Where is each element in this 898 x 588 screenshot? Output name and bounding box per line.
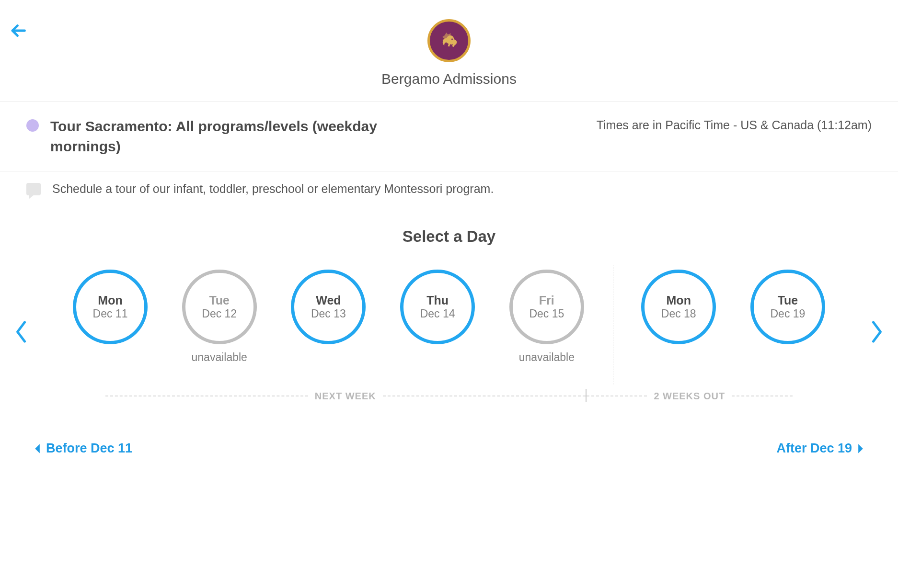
day-option[interactable]: MonDec 18 bbox=[641, 270, 716, 344]
day-cell: TueDec 19 bbox=[745, 270, 831, 364]
timeline-dash bbox=[383, 396, 586, 396]
day-of-week: Wed bbox=[316, 294, 341, 307]
event-description: Schedule a tour of our infant, toddler, … bbox=[52, 182, 494, 196]
day-of-week: Tue bbox=[209, 294, 230, 307]
timeline-dash bbox=[105, 396, 308, 396]
day-cell: ThuDec 14 bbox=[394, 270, 481, 364]
arrow-left-icon bbox=[10, 22, 27, 39]
day-of-week: Tue bbox=[778, 294, 798, 307]
day-date: Dec 15 bbox=[529, 307, 564, 320]
svg-marker-2 bbox=[858, 444, 863, 453]
after-range-button[interactable]: After Dec 19 bbox=[776, 441, 864, 456]
day-of-week: Thu bbox=[426, 294, 449, 307]
next-days-button[interactable] bbox=[867, 317, 886, 346]
svg-marker-1 bbox=[35, 444, 40, 453]
timeline-label-current: NEXT WEEK bbox=[308, 391, 383, 402]
day-option[interactable]: MonDec 11 bbox=[73, 270, 148, 344]
timeline-dash bbox=[732, 396, 793, 396]
day-cell: MonDec 11 bbox=[67, 270, 153, 364]
event-row: Tour Sacramento: All programs/levels (we… bbox=[0, 102, 898, 171]
day-cell: FriDec 15unavailable bbox=[504, 270, 590, 364]
chevron-left-icon bbox=[14, 320, 28, 344]
after-range-label: After Dec 19 bbox=[776, 441, 852, 456]
before-range-button[interactable]: Before Dec 11 bbox=[34, 441, 132, 456]
day-option[interactable]: ThuDec 14 bbox=[400, 270, 475, 344]
page-title: Bergamo Admissions bbox=[10, 71, 888, 87]
day-cell: WedDec 13 bbox=[285, 270, 371, 364]
day-of-week: Fri bbox=[539, 294, 554, 307]
select-day-heading: Select a Day bbox=[0, 201, 898, 250]
prev-days-button[interactable] bbox=[12, 317, 31, 346]
unavailable-label bbox=[394, 351, 481, 364]
day-date: Dec 14 bbox=[420, 307, 455, 320]
day-option[interactable]: TueDec 19 bbox=[750, 270, 825, 344]
day-cell: TueDec 12unavailable bbox=[176, 270, 263, 364]
day-date: Dec 19 bbox=[770, 307, 805, 320]
event-color-bullet bbox=[26, 119, 39, 132]
chevron-right-icon bbox=[870, 320, 884, 344]
unavailable-label: unavailable bbox=[504, 351, 590, 364]
day-date: Dec 13 bbox=[311, 307, 346, 320]
description-row: Schedule a tour of our infant, toddler, … bbox=[0, 171, 898, 201]
event-left: Tour Sacramento: All programs/levels (we… bbox=[26, 116, 577, 157]
org-logo bbox=[427, 19, 471, 62]
unavailable-label bbox=[745, 351, 831, 364]
timeline-dash bbox=[587, 396, 647, 396]
range-nav: Before Dec 11 After Dec 19 bbox=[0, 407, 898, 480]
header: Bergamo Admissions bbox=[0, 0, 898, 102]
unavailable-label: unavailable bbox=[176, 351, 263, 364]
days-row: MonDec 11TueDec 12unavailableWedDec 13Th… bbox=[38, 270, 860, 365]
day-date: Dec 18 bbox=[661, 307, 696, 320]
unavailable-label bbox=[635, 351, 722, 364]
back-button[interactable] bbox=[9, 21, 28, 40]
event-name: Tour Sacramento: All programs/levels (we… bbox=[50, 116, 395, 157]
day-option[interactable]: WedDec 13 bbox=[291, 270, 366, 344]
day-picker: MonDec 11TueDec 12unavailableWedDec 13Th… bbox=[0, 250, 898, 407]
day-of-week: Mon bbox=[667, 294, 691, 307]
day-option-unavailable: FriDec 15 bbox=[509, 270, 584, 344]
triangle-left-icon bbox=[34, 443, 41, 454]
week-timeline: NEXT WEEK 2 WEEKS OUT bbox=[38, 365, 860, 403]
unavailable-label bbox=[67, 351, 153, 364]
unavailable-label bbox=[285, 351, 371, 364]
lion-icon bbox=[437, 28, 461, 53]
day-date: Dec 12 bbox=[202, 307, 237, 320]
triangle-right-icon bbox=[857, 443, 864, 454]
timeline-tick bbox=[586, 389, 587, 402]
day-date: Dec 11 bbox=[93, 307, 128, 320]
timezone-note: Times are in Pacific Time - US & Canada … bbox=[597, 116, 872, 132]
before-range-label: Before Dec 11 bbox=[46, 441, 132, 456]
speech-bubble-icon bbox=[26, 183, 41, 195]
day-of-week: Mon bbox=[98, 294, 122, 307]
timeline-label-next: 2 WEEKS OUT bbox=[647, 391, 732, 402]
day-option-unavailable: TueDec 12 bbox=[182, 270, 257, 344]
day-cell: MonDec 18 bbox=[635, 270, 722, 364]
